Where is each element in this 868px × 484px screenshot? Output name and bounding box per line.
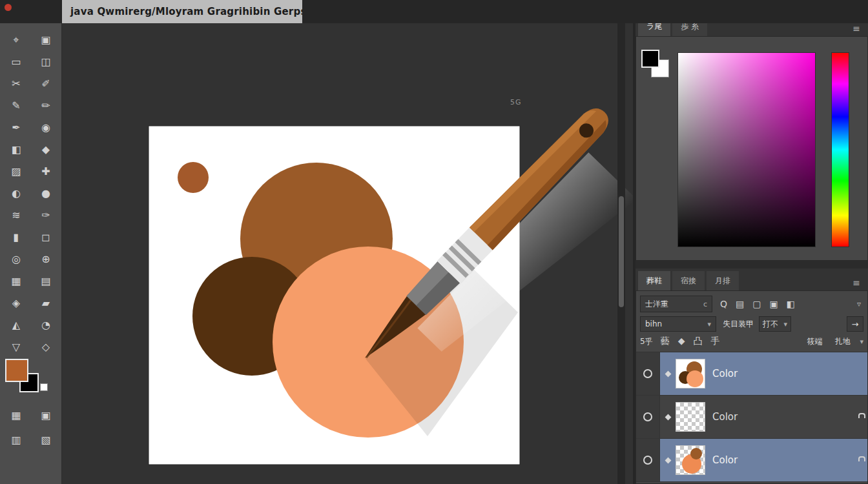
eye-visibility-icon[interactable] xyxy=(643,412,652,421)
tool-icon-16[interactable]: ≋ xyxy=(1,204,31,226)
tool-icon-15[interactable]: ● xyxy=(31,182,61,204)
filter-icon-4[interactable]: ◧ xyxy=(787,299,795,309)
scrollbar-thumb[interactable] xyxy=(619,196,624,307)
panel-menu-icon[interactable]: ≡ xyxy=(852,23,865,36)
picker-fg-bg-swatches xyxy=(641,50,674,82)
chevron-down-icon: c xyxy=(703,300,707,308)
layer-row-1[interactable]: Color xyxy=(636,352,867,396)
chevron-down-icon: ▾ xyxy=(707,320,711,328)
lock-toggle-icon-2[interactable]: 凸 xyxy=(693,336,702,347)
visibility-gutter xyxy=(636,396,660,438)
tool-icon-23[interactable]: ▤ xyxy=(31,270,61,292)
tool-icon-10[interactable]: ◧ xyxy=(1,138,31,160)
eye-visibility-icon[interactable] xyxy=(643,369,652,378)
layer-row-2[interactable]: Color xyxy=(636,396,867,439)
layer-thumbnail[interactable] xyxy=(676,445,705,475)
filter-overflow-icon[interactable]: ▿ xyxy=(857,299,861,308)
lock-toggle-icon-3[interactable]: 手 xyxy=(710,336,719,347)
canvas-watermark: 5G xyxy=(510,98,522,106)
layer-list: Color Color xyxy=(636,352,867,482)
tool-icon-4[interactable]: ✂ xyxy=(1,72,31,94)
picker-foreground-swatch[interactable] xyxy=(641,50,659,68)
tool-icon-14[interactable]: ◐ xyxy=(1,182,31,204)
layer-name: Color xyxy=(712,411,738,423)
tool-icon-24[interactable]: ◈ xyxy=(1,292,31,314)
fill-label: 筱端 xyxy=(807,336,822,347)
lock-right-group: 筱端 扎地 ▾ xyxy=(800,336,863,347)
tool-icon-9[interactable]: ◉ xyxy=(31,116,61,138)
tool-icon-bottom-1[interactable]: ▣ xyxy=(31,403,61,427)
toolbar-grid-bottom: ▦▣▥▧ xyxy=(1,403,61,452)
title-bar: java Qwmirerg/Mloyram Gragrihibin Gerps xyxy=(0,0,868,23)
tool-icon-29[interactable]: ◇ xyxy=(31,336,61,358)
small-brown-circle xyxy=(178,162,209,193)
layer-name: Color xyxy=(712,454,738,466)
blend-mode-row: bihn ▾ 失目装甲 打不 ▾ → xyxy=(640,316,863,332)
tool-icon-1[interactable]: ▣ xyxy=(31,28,61,50)
lock-label: 5乎 xyxy=(640,336,653,347)
application-window: java Qwmirerg/Mloyram Gragrihibin Gerps … xyxy=(0,0,868,484)
tool-icon-25[interactable]: ▰ xyxy=(31,292,61,314)
color-swatches xyxy=(5,359,52,398)
link-cell xyxy=(660,415,676,419)
saturation-value-field[interactable] xyxy=(677,52,816,247)
tab-layers[interactable]: 葬鞋 xyxy=(638,271,670,290)
default-colors-icon[interactable] xyxy=(40,383,48,391)
canvas-area[interactable]: 5G xyxy=(62,23,633,484)
close-window-icon[interactable] xyxy=(5,4,12,11)
tool-icon-13[interactable]: ✚ xyxy=(31,160,61,182)
tool-icon-6[interactable]: ✎ xyxy=(1,94,31,116)
layer-thumbnail[interactable] xyxy=(676,402,705,432)
tool-icon-bottom-0[interactable]: ▦ xyxy=(1,403,31,427)
lock-toggle-icon-1[interactable]: ◆ xyxy=(678,336,685,347)
tool-icon-27[interactable]: ◔ xyxy=(31,314,61,336)
tool-icon-8[interactable]: ✒ xyxy=(1,116,31,138)
layers-filter-row: 士洋重 c Q▤▢▣◧ ▿ xyxy=(640,296,863,312)
opacity-value: 打不 xyxy=(763,319,778,330)
link-diamond-icon xyxy=(665,370,671,377)
filter-icon-0[interactable]: Q xyxy=(720,299,727,309)
foreground-color-swatch[interactable] xyxy=(5,359,28,382)
layers-panel: 士洋重 c Q▤▢▣◧ ▿ bihn ▾ 失目装甲 打不 ▾ → 5乎 xyxy=(636,290,868,484)
lock-toggle-icon-0[interactable]: 藝 xyxy=(661,336,670,347)
tool-icon-21[interactable]: ⊕ xyxy=(31,248,61,270)
tool-icon-22[interactable]: ▦ xyxy=(1,270,31,292)
layer-filter-dropdown[interactable]: 士洋重 c xyxy=(640,296,712,312)
visibility-gutter xyxy=(636,352,660,395)
canvas-vertical-scrollbar[interactable] xyxy=(617,23,625,484)
blend-mode-dropdown[interactable]: bihn ▾ xyxy=(640,316,716,332)
tool-icon-11[interactable]: ◆ xyxy=(31,138,61,160)
layers-menu-icon[interactable]: ≡ xyxy=(852,277,865,290)
tab-channels[interactable]: 宿接 xyxy=(672,271,705,290)
chevron-down-icon[interactable]: ▾ xyxy=(860,338,863,346)
tool-icon-bottom-2[interactable]: ▥ xyxy=(1,427,31,452)
layer-row-3[interactable]: Color xyxy=(636,439,867,482)
tool-icon-5[interactable]: ✐ xyxy=(31,72,61,94)
apply-arrow-button[interactable]: → xyxy=(847,316,863,332)
toolbar-grid: ⌖▣▭◫✂✐✎✏✒◉◧◆▨✚◐●≋✑▮◻◎⊕▦▤◈▰◭◔▽◇ xyxy=(1,28,61,358)
tool-icon-18[interactable]: ▮ xyxy=(1,226,31,248)
tool-icon-17[interactable]: ✑ xyxy=(31,204,61,226)
eye-visibility-icon[interactable] xyxy=(643,456,652,465)
filter-icon-1[interactable]: ▤ xyxy=(736,299,744,309)
tool-icon-0[interactable]: ⌖ xyxy=(1,28,31,50)
right-panel-column: ラ尾 歩 糸 ≡ 葬鞋 宿接 月排 ≡ 士洋重 c xyxy=(636,0,868,484)
tool-icon-20[interactable]: ◎ xyxy=(1,248,31,270)
filter-icon-2[interactable]: ▢ xyxy=(752,299,761,309)
hue-slider[interactable] xyxy=(831,52,849,247)
layer-thumbnail[interactable] xyxy=(676,359,705,388)
document-title-tab[interactable]: java Qwmirerg/Mloyram Gragrihibin Gerps xyxy=(62,0,302,23)
tool-icon-2[interactable]: ▭ xyxy=(1,50,31,72)
tool-icon-26[interactable]: ◭ xyxy=(1,314,31,336)
tool-icon-bottom-3[interactable]: ▧ xyxy=(31,427,61,452)
opacity-value-box[interactable]: 打不 ▾ xyxy=(759,316,791,332)
tool-icon-19[interactable]: ◻ xyxy=(31,226,61,248)
tool-icon-7[interactable]: ✏ xyxy=(31,94,61,116)
tool-icon-28[interactable]: ▽ xyxy=(1,336,31,358)
tool-icon-3[interactable]: ◫ xyxy=(31,50,61,72)
tool-icon-12[interactable]: ▨ xyxy=(1,160,31,182)
layer-filter-label: 士洋重 xyxy=(645,299,668,310)
artwork xyxy=(62,23,633,484)
tab-paths[interactable]: 月排 xyxy=(707,271,739,290)
filter-icon-3[interactable]: ▣ xyxy=(770,299,778,309)
